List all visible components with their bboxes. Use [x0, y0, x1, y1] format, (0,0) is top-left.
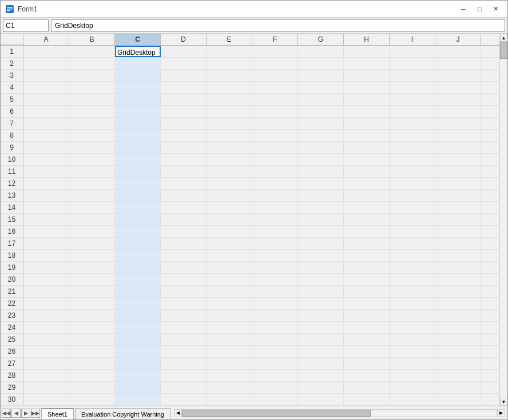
cell-C6[interactable]: [115, 106, 161, 117]
cell-I7[interactable]: [390, 118, 435, 129]
cell-F29[interactable]: [252, 382, 298, 393]
cell-B10[interactable]: [69, 154, 115, 165]
cell-G10[interactable]: [298, 154, 344, 165]
cell-F6[interactable]: [252, 106, 298, 117]
cell-J22[interactable]: [435, 298, 481, 309]
cell-E13[interactable]: [207, 190, 252, 201]
cell-A12[interactable]: [23, 178, 69, 189]
cell-F16[interactable]: [252, 226, 298, 237]
cell-H2[interactable]: [344, 58, 390, 69]
cell-C19[interactable]: [115, 262, 161, 273]
cell-D8[interactable]: [161, 130, 207, 141]
cell-F9[interactable]: [252, 142, 298, 153]
cell-I11[interactable]: [390, 166, 435, 177]
cell-D19[interactable]: [161, 262, 207, 273]
cell-A14[interactable]: [23, 202, 69, 213]
cell-E15[interactable]: [207, 214, 252, 225]
cell-A11[interactable]: [23, 166, 69, 177]
cell-D4[interactable]: [161, 82, 207, 93]
cell-G12[interactable]: [298, 178, 344, 189]
cell-G19[interactable]: [298, 262, 344, 273]
cell-B21[interactable]: [69, 286, 115, 297]
cell-H3[interactable]: [344, 70, 390, 81]
cell-I10[interactable]: [390, 154, 435, 165]
cell-D23[interactable]: [161, 310, 207, 321]
cell-J30[interactable]: [435, 394, 481, 405]
cell-C15[interactable]: [115, 214, 161, 225]
maximize-button[interactable]: □: [472, 3, 487, 15]
cell-G14[interactable]: [298, 202, 344, 213]
cell-C27[interactable]: [115, 358, 161, 369]
cell-J3[interactable]: [435, 70, 481, 81]
cell-J23[interactable]: [435, 310, 481, 321]
cell-D14[interactable]: [161, 202, 207, 213]
cell-J12[interactable]: [435, 178, 481, 189]
cell-F25[interactable]: [252, 334, 298, 345]
cell-C7[interactable]: [115, 118, 161, 129]
cell-C14[interactable]: [115, 202, 161, 213]
cell-F18[interactable]: [252, 250, 298, 261]
cell-A17[interactable]: [23, 238, 69, 249]
cell-H10[interactable]: [344, 154, 390, 165]
cell-F8[interactable]: [252, 130, 298, 141]
cell-G25[interactable]: [298, 334, 344, 345]
cell-I6[interactable]: [390, 106, 435, 117]
cell-B1[interactable]: [69, 46, 115, 57]
cell-I22[interactable]: [390, 298, 435, 309]
cell-G5[interactable]: [298, 94, 344, 105]
cell-E2[interactable]: [207, 58, 252, 69]
cell-I15[interactable]: [390, 214, 435, 225]
cell-J8[interactable]: [435, 130, 481, 141]
cell-D27[interactable]: [161, 358, 207, 369]
cell-J18[interactable]: [435, 250, 481, 261]
cell-J5[interactable]: [435, 94, 481, 105]
cell-H19[interactable]: [344, 262, 390, 273]
close-button[interactable]: ✕: [488, 3, 503, 15]
cell-E26[interactable]: [207, 346, 252, 357]
cell-F2[interactable]: [252, 58, 298, 69]
cell-H6[interactable]: [344, 106, 390, 117]
cell-F12[interactable]: [252, 178, 298, 189]
cell-I28[interactable]: [390, 370, 435, 381]
cell-A27[interactable]: [23, 358, 69, 369]
h-scroll-right-button[interactable]: ▶: [497, 409, 505, 417]
cell-E9[interactable]: [207, 142, 252, 153]
cell-F21[interactable]: [252, 286, 298, 297]
cell-J11[interactable]: [435, 166, 481, 177]
cell-G28[interactable]: [298, 370, 344, 381]
cell-A8[interactable]: [23, 130, 69, 141]
cell-D12[interactable]: [161, 178, 207, 189]
cell-A23[interactable]: [23, 310, 69, 321]
cell-C23[interactable]: [115, 310, 161, 321]
cell-G21[interactable]: [298, 286, 344, 297]
cell-E19[interactable]: [207, 262, 252, 273]
cell-F23[interactable]: [252, 310, 298, 321]
cell-A1[interactable]: [23, 46, 69, 57]
minimize-button[interactable]: ─: [456, 3, 471, 15]
cell-C9[interactable]: [115, 142, 161, 153]
cell-A30[interactable]: [23, 394, 69, 405]
nav-first-button[interactable]: ◀◀: [2, 409, 11, 418]
cell-E30[interactable]: [207, 394, 252, 405]
cell-E24[interactable]: [207, 322, 252, 333]
cell-I16[interactable]: [390, 226, 435, 237]
cell-H26[interactable]: [344, 346, 390, 357]
cell-E16[interactable]: [207, 226, 252, 237]
cell-C16[interactable]: [115, 226, 161, 237]
tab-sheet1[interactable]: Sheet1: [41, 408, 74, 419]
cell-E21[interactable]: [207, 286, 252, 297]
cell-D29[interactable]: [161, 382, 207, 393]
cell-D30[interactable]: [161, 394, 207, 405]
cell-A13[interactable]: [23, 190, 69, 201]
cell-H20[interactable]: [344, 274, 390, 285]
cell-B28[interactable]: [69, 370, 115, 381]
cell-E22[interactable]: [207, 298, 252, 309]
cell-H27[interactable]: [344, 358, 390, 369]
cell-reference-input[interactable]: [3, 19, 49, 32]
cell-B3[interactable]: [69, 70, 115, 81]
cell-D20[interactable]: [161, 274, 207, 285]
cell-F4[interactable]: [252, 82, 298, 93]
cell-C8[interactable]: [115, 130, 161, 141]
cell-F15[interactable]: [252, 214, 298, 225]
cell-G16[interactable]: [298, 226, 344, 237]
